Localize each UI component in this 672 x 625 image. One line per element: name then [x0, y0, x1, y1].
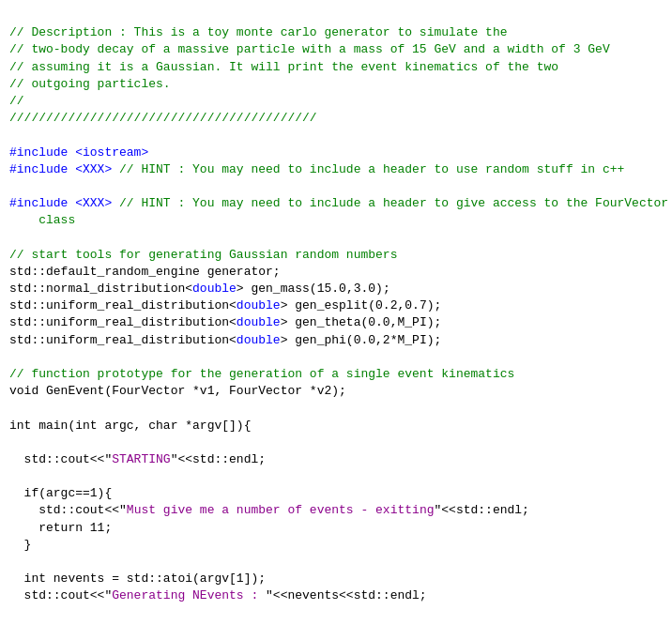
code-line: // start tools for generating Gaussian r… [9, 247, 663, 264]
code-line: #include <iostream> [9, 145, 663, 161]
code-line: if(argc==1){ [9, 485, 663, 502]
code-line: std::cout<<"Generating NEvents : "<<neve… [9, 587, 663, 604]
code-token: Must give me a number of events - exitti… [127, 503, 435, 517]
code-line: } [9, 537, 663, 554]
code-line [9, 349, 663, 366]
code-line [9, 178, 663, 195]
code-token: #include <iostream> [9, 145, 148, 160]
code-token: // HINT : You may need to include a head… [119, 162, 624, 176]
code-token: } [9, 538, 31, 552]
code-token: void GenEvent(FourVector *v1, FourVector… [9, 384, 346, 398]
code-token: "<<std::endl; [171, 452, 266, 466]
code-token: STARTING [112, 452, 170, 466]
code-token: if(argc==1){ [9, 486, 112, 500]
code-line: ////////////////////////////////////////… [9, 110, 663, 127]
code-line: // outgoing particles. [9, 76, 663, 93]
code-line [9, 605, 663, 622]
code-line: std::uniform_real_distribution<double> g… [9, 297, 663, 314]
code-line: void GenEvent(FourVector *v1, FourVector… [9, 383, 663, 400]
code-line [9, 468, 663, 485]
code-token: double [192, 282, 237, 296]
code-editor: // Description : This is a toy monte car… [9, 8, 663, 625]
code-line: #include <XXX> // HINT : You may need to… [9, 161, 663, 178]
code-token: // function prototype for the generation… [9, 367, 514, 381]
code-line: return 11; [9, 520, 663, 537]
code-token: // start tools for generating Gaussian r… [9, 248, 397, 262]
code-line [9, 554, 663, 571]
code-line: // two-body decay of a massive particle … [9, 41, 663, 58]
code-line: // assuming it is a Gaussian. It will pr… [9, 59, 663, 76]
code-token: "<<std::endl; [434, 503, 528, 517]
code-line [9, 434, 663, 451]
code-line: std::uniform_real_distribution<double> g… [9, 332, 663, 349]
code-token: "<<nevents<<std::endl; [266, 588, 427, 602]
code-token: std::normal_distribution< [9, 282, 192, 296]
code-token: return 11; [9, 521, 112, 535]
code-token: int main(int argc, char *argv[]){ [9, 419, 251, 433]
code-line: std::uniform_real_distribution<double> g… [9, 314, 663, 331]
code-token: double [237, 333, 281, 347]
code-token: Generating NEvents : [112, 588, 266, 602]
code-token: > gen_phi(0.0,2*M_PI); [281, 333, 442, 347]
code-line [9, 400, 663, 417]
code-token: std::uniform_real_distribution< [9, 315, 237, 329]
code-token: // Description : This is a toy monte car… [9, 25, 508, 39]
code-line [9, 127, 663, 144]
code-line: // Description : This is a toy monte car… [9, 24, 663, 41]
code-line: std::cout<<"Must give me a number of eve… [9, 502, 663, 519]
code-line: class [9, 212, 663, 229]
code-line: // [9, 93, 663, 110]
code-token: std::uniform_real_distribution< [9, 298, 237, 312]
code-token: class [9, 213, 75, 227]
code-line: std::cout<<"STARTING"<<std::endl; [9, 451, 663, 468]
code-token: double [237, 298, 281, 312]
code-token: #include <XXX> [9, 162, 119, 176]
code-token: std::uniform_real_distribution< [9, 333, 237, 347]
code-token: // outgoing particles. [9, 77, 171, 91]
code-line: #include <XXX> // HINT : You may need to… [9, 195, 663, 212]
code-line: int main(int argc, char *argv[]){ [9, 418, 663, 434]
code-token: std::cout<<" [9, 503, 127, 517]
code-line: int nevents = std::atoi(argv[1]); [9, 571, 663, 587]
code-token: // assuming it is a Gaussian. It will pr… [9, 60, 558, 74]
code-token: std::default_random_engine generator; [9, 265, 281, 279]
code-line: std::default_random_engine generator; [9, 264, 663, 281]
code-token: // HINT : You may need to include a head… [119, 196, 668, 210]
code-line [9, 229, 663, 246]
code-token: > gen_mass(15.0,3.0); [237, 282, 390, 296]
code-token: // two-body decay of a massive particle … [9, 42, 610, 56]
code-token: > gen_theta(0.0,M_PI); [281, 315, 442, 329]
code-token: > gen_esplit(0.2,0.7); [281, 298, 442, 312]
code-token: // [9, 94, 24, 108]
code-token: double [237, 315, 281, 329]
code-token: std::cout<<" [9, 588, 112, 602]
code-token: ////////////////////////////////////////… [9, 111, 317, 125]
code-line: std::normal_distribution<double> gen_mas… [9, 281, 663, 297]
code-token: std::cout<<" [9, 452, 112, 466]
code-token: int nevents = std::atoi(argv[1]); [9, 572, 266, 586]
code-token: #include <XXX> [9, 196, 119, 210]
code-line: // function prototype for the generation… [9, 366, 663, 383]
